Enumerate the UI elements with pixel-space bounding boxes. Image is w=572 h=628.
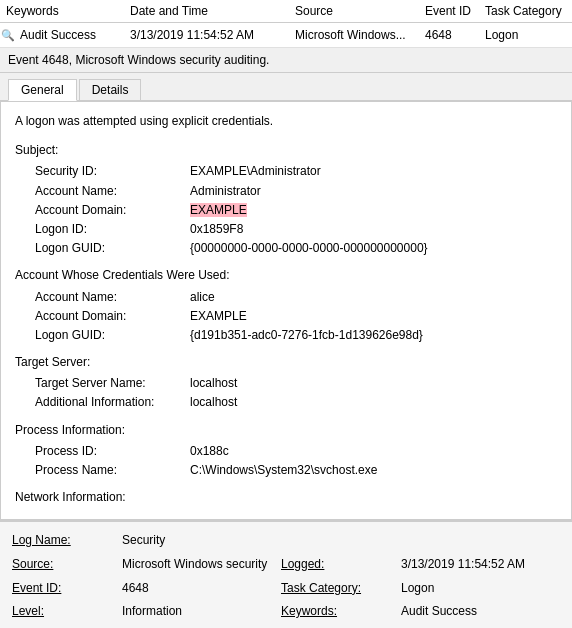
properties-grid: Log Name: Security Source: Microsoft Win… bbox=[12, 530, 560, 628]
value-logon-id: 0x1859F8 bbox=[190, 220, 557, 239]
tab-details[interactable]: Details bbox=[79, 79, 142, 100]
value-account-domain-2: EXAMPLE bbox=[190, 307, 557, 326]
label-taskcategory: Task Category: bbox=[281, 578, 401, 600]
row-source: Microsoft Windows... bbox=[295, 27, 425, 43]
section-subject: Subject: bbox=[15, 141, 557, 160]
row-eventid: 4648 bbox=[425, 27, 485, 43]
label-security-id: Security ID: bbox=[35, 162, 190, 181]
label-additional-info: Additional Information: bbox=[35, 393, 190, 412]
keywords-value: Audit Success bbox=[20, 28, 96, 42]
label-process-name: Process Name: bbox=[35, 461, 190, 480]
label-account-domain-2: Account Domain: bbox=[35, 307, 190, 326]
value-level: Information bbox=[122, 601, 281, 623]
row-keywords: 🔍 Audit Success bbox=[0, 26, 130, 44]
value-target-server-name: localhost bbox=[190, 374, 557, 393]
row-datetime: 3/13/2019 11:54:52 AM bbox=[130, 27, 295, 43]
label-source: Source: bbox=[12, 554, 122, 576]
label-level: Level: bbox=[12, 601, 122, 623]
label-account-name-2: Account Name: bbox=[35, 288, 190, 307]
col-header-datetime[interactable]: Date and Time bbox=[130, 4, 295, 18]
label-keywords: Keywords: bbox=[281, 601, 401, 623]
label-log-name: Log Name: bbox=[12, 530, 122, 552]
value-logon-guid-1: {00000000-0000-0000-0000-000000000000} bbox=[190, 239, 557, 258]
section-process-info: Process Information: bbox=[15, 421, 557, 440]
event-intro: A logon was attempted using explicit cre… bbox=[15, 112, 557, 131]
tabs-bar: General Details bbox=[0, 73, 572, 101]
value-logged: 3/13/2019 11:54:52 AM bbox=[401, 554, 560, 576]
section-account-creds: Account Whose Credentials Were Used: bbox=[15, 266, 557, 285]
label-process-id: Process ID: bbox=[35, 442, 190, 461]
col-header-eventid[interactable]: Event ID bbox=[425, 4, 485, 18]
row-taskcategory: Logon bbox=[485, 27, 572, 43]
section-network-info: Network Information: bbox=[15, 488, 557, 507]
label-account-name-1: Account Name: bbox=[35, 182, 190, 201]
label-logon-guid-1: Logon GUID: bbox=[35, 239, 190, 258]
value-taskcategory: Logon bbox=[401, 578, 560, 600]
properties-panel: Log Name: Security Source: Microsoft Win… bbox=[0, 520, 572, 628]
table-header: Keywords Date and Time Source Event ID T… bbox=[0, 0, 572, 23]
target-grid: Target Server Name: localhost Additional… bbox=[15, 374, 557, 412]
process-grid: Process ID: 0x188c Process Name: C:\Wind… bbox=[15, 442, 557, 480]
value-security-id: EXAMPLE\Administrator bbox=[190, 162, 557, 181]
creds-grid: Account Name: alice Account Domain: EXAM… bbox=[15, 288, 557, 346]
value-account-name-2: alice bbox=[190, 288, 557, 307]
subject-grid: Security ID: EXAMPLE\Administrator Accou… bbox=[15, 162, 557, 258]
value-process-name: C:\Windows\System32\svchost.exe bbox=[190, 461, 557, 480]
label-eventid: Event ID: bbox=[12, 578, 122, 600]
col-header-source[interactable]: Source bbox=[295, 4, 425, 18]
label-logon-id: Logon ID: bbox=[35, 220, 190, 239]
tab-general[interactable]: General bbox=[8, 79, 77, 101]
label-account-domain-1: Account Domain: bbox=[35, 201, 190, 220]
value-account-domain-1: EXAMPLE bbox=[190, 201, 557, 220]
value-source: Microsoft Windows security bbox=[122, 554, 281, 576]
value-additional-info: localhost bbox=[190, 393, 557, 412]
label-target-server-name: Target Server Name: bbox=[35, 374, 190, 393]
label-logon-guid-2: Logon GUID: bbox=[35, 326, 190, 345]
col-header-taskcategory[interactable]: Task Category bbox=[485, 4, 572, 18]
col-header-keywords[interactable]: Keywords bbox=[0, 4, 130, 18]
section-target-server: Target Server: bbox=[15, 353, 557, 372]
value-eventid: 4648 bbox=[122, 578, 281, 600]
table-row[interactable]: 🔍 Audit Success 3/13/2019 11:54:52 AM Mi… bbox=[0, 23, 572, 48]
value-logon-guid-2: {d191b351-adc0-7276-1fcb-1d139626e98d} bbox=[190, 326, 557, 345]
value-keywords: Audit Success bbox=[401, 601, 560, 623]
event-content-panel: A logon was attempted using explicit cre… bbox=[0, 101, 572, 520]
value-account-name-1: Administrator bbox=[190, 182, 557, 201]
audit-success-icon: 🔍 bbox=[0, 27, 16, 43]
value-log-name: Security bbox=[122, 530, 281, 552]
value-process-id: 0x188c bbox=[190, 442, 557, 461]
event-description: Event 4648, Microsoft Windows security a… bbox=[0, 48, 572, 73]
label-logged: Logged: bbox=[281, 554, 401, 576]
